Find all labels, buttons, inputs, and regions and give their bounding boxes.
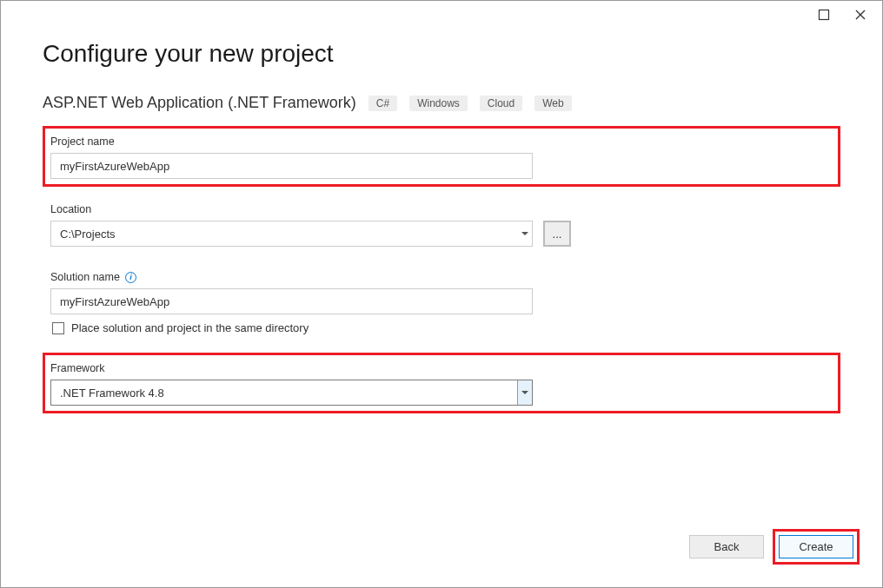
tag-web: Web [534, 96, 571, 111]
svg-rect-0 [820, 10, 829, 20]
tag-csharp: C# [368, 96, 397, 111]
page-title: Configure your new project [43, 40, 840, 68]
project-name-input[interactable] [50, 153, 533, 179]
highlight-project-name: Project name [43, 126, 840, 187]
same-directory-checkbox[interactable] [52, 322, 64, 334]
framework-label: Framework [50, 362, 833, 374]
create-button[interactable]: Create [779, 535, 853, 558]
solution-name-input[interactable] [50, 288, 533, 314]
browse-button[interactable]: ... [543, 221, 571, 247]
solution-name-label: Solution name i [50, 271, 833, 283]
project-name-label: Project name [50, 135, 833, 148]
template-subtitle: ASP.NET Web Application (.NET Framework) [43, 94, 356, 112]
tag-windows: Windows [409, 96, 468, 111]
framework-value: .NET Framework 4.8 [60, 386, 164, 400]
framework-combo[interactable]: .NET Framework 4.8 [50, 380, 533, 406]
location-value: C:\Projects [60, 228, 116, 241]
info-icon[interactable]: i [125, 272, 136, 283]
same-directory-label: Place solution and project in the same d… [71, 321, 309, 334]
tag-cloud: Cloud [480, 96, 522, 111]
chevron-down-icon [517, 380, 532, 405]
highlight-framework: Framework .NET Framework 4.8 [43, 353, 840, 413]
back-button[interactable]: Back [689, 535, 764, 558]
highlight-create: Create [773, 529, 860, 565]
close-icon[interactable] [854, 9, 866, 21]
location-label: Location [50, 203, 833, 215]
maximize-icon[interactable] [818, 9, 830, 21]
location-combo[interactable]: C:\Projects [50, 221, 533, 247]
chevron-down-icon [518, 221, 532, 246]
